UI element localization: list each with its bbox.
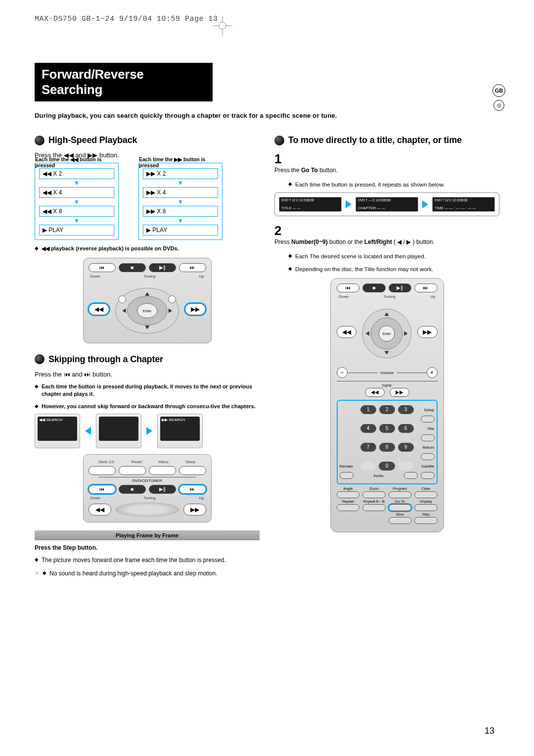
speed-col-forward: Each time the ▶▶ button is pressed ▶▶ X … [138, 163, 222, 240]
num-6-button: 6 [398, 424, 414, 433]
osd-cycle-box: DVD T 12 C 12 0:00:00 TITLE — — DVD T — … [274, 192, 499, 216]
page-number: 13 [485, 726, 494, 736]
speed-r-3: ▶ PLAY [143, 225, 218, 236]
lbl-program: Program [389, 486, 412, 491]
tape-rew-button: ◀◀ [365, 388, 385, 397]
highspeed-heading: High-Speed Playback [48, 135, 137, 145]
remain-button [340, 472, 354, 479]
volume-label: Volume [348, 371, 427, 375]
remote-top: ⏮ ■ ▶∥ ⏭ Down Tuning Up ◀◀ [83, 258, 212, 343]
svg-text:Enter: Enter [143, 308, 152, 313]
skipping-press: Press the ⏮ and ⏭ button. [35, 371, 260, 378]
lbl-goto: Go To [389, 499, 412, 504]
label-tuning: Tuning [144, 496, 156, 500]
speed-l-2: ◀◀ X 8 [39, 206, 114, 217]
speed-table: Each time the ◀◀ button is pressed ◀◀ X … [35, 163, 260, 240]
lbl-deck: Deck 1/2 [99, 460, 115, 464]
sleep-button [179, 466, 206, 475]
diamond-icon: ◆ [35, 556, 39, 565]
frame-bar: Playing Frame by Frame [35, 530, 260, 540]
stop-button: ■ [119, 263, 146, 272]
right-arrow-icon [346, 200, 352, 208]
remote-bottom: Deck 1/2 Reset Menu Sleep DVD/CD/TUNER ⏮ [83, 454, 212, 522]
lbl-angle: Angle [337, 486, 360, 491]
side-language-tab: GB ◎ [492, 84, 505, 111]
next-button: ⏭ [179, 485, 206, 494]
lbl-title: Title [417, 426, 435, 431]
tape-fwd-button: ▶▶ [390, 388, 409, 397]
num-0-button: 0 [379, 462, 395, 471]
num-7-button: 7 [360, 443, 376, 452]
forward-button: ▶▶ [183, 504, 206, 516]
disc-badge-icon: ◎ [493, 100, 504, 111]
zoom-button [362, 491, 386, 498]
tape-label: TAPE [382, 383, 392, 388]
program-button [389, 491, 412, 498]
running-header: MAX-DS750 GB-1~24 9/19/04 10:59 Page 13 [35, 15, 499, 23]
speed-col-rewind: Each time the ◀◀ button is pressed ◀◀ X … [35, 163, 119, 240]
crop-mark-icon [213, 16, 232, 36]
dvd-label: DVD/CD/TUNER [98, 477, 196, 483]
svg-point-14 [169, 295, 176, 303]
label-up: Up [199, 274, 204, 279]
diamond-icon: ◆ [288, 181, 292, 189]
num-9-button: 9 [398, 443, 414, 452]
lbl-subtitle: Subtitle [416, 464, 434, 469]
num-3-button: 3 [398, 405, 414, 414]
down-arrow-icon: ▼ [39, 200, 114, 204]
diamond-icon: ◆ [288, 265, 292, 273]
lbl-sleep: Sleep [185, 460, 195, 464]
intro-text: During playback, you can search quickly … [35, 111, 499, 120]
num-8-button: 8 [379, 443, 395, 452]
label-down: Down [90, 274, 100, 279]
search-tv-row: ◀◀ SEARCH ▶▶ SEARCH [35, 414, 260, 448]
right-arrow-icon [146, 427, 152, 435]
lbl-step: Step [414, 512, 438, 517]
step-note: The picture moves forward one frame each… [42, 556, 260, 565]
svg-text:Enter: Enter [383, 332, 392, 335]
lbl-slow: Slow [389, 512, 412, 517]
num-5-button: 5 [379, 424, 395, 433]
remote-tall: ⏮ ■ ▶∥ ⏭ Down Tuning Up ◀◀ [330, 278, 444, 532]
step1-sub: Each time the button is pressed, it repe… [295, 181, 499, 189]
subtitle-button [421, 472, 435, 479]
play-pause-button: ▶∥ [389, 284, 412, 292]
label-up: Up [430, 294, 435, 299]
numpad: 1 2 3 Setup 4 5 6 Title [337, 400, 438, 484]
vol-up-button: + [427, 367, 438, 378]
lbl-display: Display [414, 499, 438, 504]
repeat-ab-button [362, 504, 386, 511]
step-button [414, 517, 438, 524]
search-label-l: ◀◀ SEARCH [39, 418, 63, 422]
dpad-icon [115, 502, 179, 517]
next-button: ⏭ [179, 263, 206, 272]
bullet-icon [35, 354, 44, 364]
reverse-note: ◀◀ playback (reverse playback) is possib… [42, 245, 260, 252]
diamond-icon: ◆ [35, 245, 39, 252]
num-1-button: 1 [360, 405, 376, 414]
prev-button: ⏮ [89, 263, 116, 272]
repeat-button [337, 504, 360, 511]
hand-note: No sound is heard during high-speed play… [49, 569, 260, 578]
reset-button [119, 466, 146, 475]
lbl-clear: Clear [414, 486, 438, 491]
diamond-icon: ◆ [35, 383, 39, 398]
skipping-heading: Skipping through a Chapter [48, 354, 163, 365]
down-arrow-icon: ▼ [143, 200, 218, 204]
right-arrow-icon [422, 200, 428, 208]
rewind-button: ◀◀ [89, 504, 111, 516]
speed-l-1: ◀◀ X 4 [39, 187, 114, 198]
setup-button [421, 416, 435, 423]
goto-button [389, 504, 412, 511]
label-tuning: Tuning [144, 274, 156, 279]
prev-button: ⏮ [89, 485, 116, 494]
audio-button [404, 472, 418, 479]
step-line: Press the Step button. [35, 544, 260, 551]
down-arrow-icon: ▼ [39, 181, 114, 185]
stop-button: ■ [119, 485, 146, 494]
deck-button [89, 466, 116, 475]
step-1-text: Press the Go To button. [274, 167, 484, 174]
skip-bullet-0: Each time the button is pressed during p… [42, 383, 260, 398]
search-label-r: ▶▶ SEARCH [162, 418, 185, 422]
lbl-zoom: Zoom [362, 486, 386, 491]
